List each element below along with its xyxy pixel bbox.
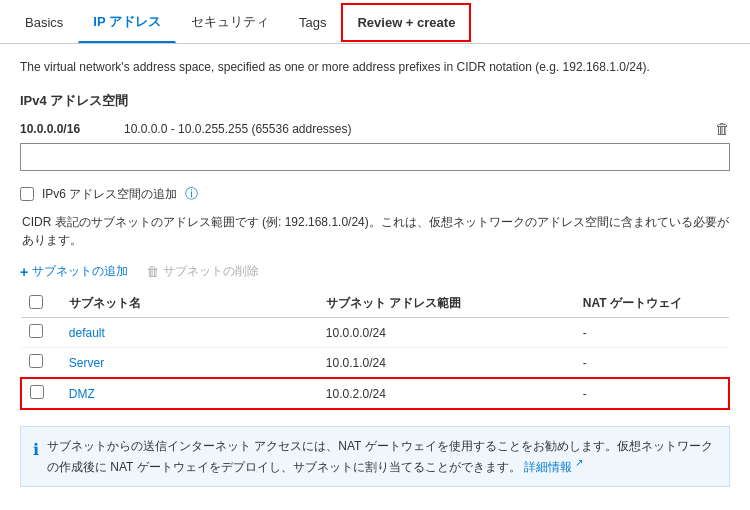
external-link-icon: ↗ [575, 457, 583, 468]
tab-tags[interactable]: Tags [284, 4, 341, 41]
subnet-name-dmz: DMZ [61, 378, 318, 409]
info-bar-text: サブネットからの送信インターネット アクセスには、NAT ゲートウェイを使用する… [47, 437, 717, 476]
subnet-table: サブネット名 サブネット アドレス範囲 NAT ゲートウェイ default 1… [20, 290, 730, 410]
table-row: default 10.0.0.0/24 - [21, 318, 729, 348]
table-header-row: サブネット名 サブネット アドレス範囲 NAT ゲートウェイ [21, 290, 729, 318]
ipv6-checkbox-label: IPv6 アドレス空間の追加 [42, 186, 177, 203]
ip-cidr-value: 10.0.0.0/16 [20, 122, 110, 136]
add-subnet-button[interactable]: + サブネットの追加 [20, 263, 128, 280]
col-nat-header: NAT ゲートウェイ [575, 290, 729, 318]
subnet-toolbar: + サブネットの追加 🗑 サブネットの削除 [20, 263, 730, 280]
row-check-server [21, 348, 61, 379]
delete-subnet-button[interactable]: 🗑 サブネットの削除 [146, 263, 259, 280]
page-description: The virtual network's address space, spe… [20, 58, 730, 76]
row-check-dmz [21, 378, 61, 409]
ipv6-info-icon[interactable]: ⓘ [185, 185, 198, 203]
tab-bar: Basics IP アドレス セキュリティ Tags Review + crea… [0, 0, 750, 44]
ipv4-input[interactable] [20, 143, 730, 171]
subnet-nat-dmz: - [575, 378, 729, 409]
tab-basics[interactable]: Basics [10, 4, 78, 41]
select-all-checkbox[interactable] [29, 295, 43, 309]
col-subnet-name-header: サブネット名 [61, 290, 318, 318]
select-default-checkbox[interactable] [29, 324, 43, 338]
info-bar: ℹ サブネットからの送信インターネット アクセスには、NAT ゲートウェイを使用… [20, 426, 730, 487]
subnet-range-server: 10.0.1.0/24 [318, 348, 575, 379]
ipv6-checkbox-row: IPv6 アドレス空間の追加 ⓘ [20, 185, 730, 203]
info-bar-link[interactable]: 詳細情報 ↗ [524, 460, 583, 474]
subnet-range-dmz: 10.0.2.0/24 [318, 378, 575, 409]
ipv4-address-row: 10.0.0.0/16 10.0.0.0 - 10.0.255.255 (655… [20, 120, 730, 137]
subnet-name-default: default [61, 318, 318, 348]
col-check-header [21, 290, 61, 318]
info-bar-main-text: サブネットからの送信インターネット アクセスには、NAT ゲートウェイを使用する… [47, 439, 713, 474]
subnet-link-dmz[interactable]: DMZ [69, 387, 95, 401]
tab-ip-address[interactable]: IP アドレス [78, 2, 176, 43]
delete-subnet-label: サブネットの削除 [163, 263, 259, 280]
select-dmz-checkbox[interactable] [30, 385, 44, 399]
tab-security[interactable]: セキュリティ [176, 2, 284, 42]
col-subnet-range-header: サブネット アドレス範囲 [318, 290, 575, 318]
tab-review-create[interactable]: Review + create [341, 3, 471, 42]
plus-icon: + [20, 264, 28, 280]
subnet-nat-server: - [575, 348, 729, 379]
ipv4-section-title: IPv4 アドレス空間 [20, 92, 730, 110]
subnet-link-server[interactable]: Server [69, 356, 104, 370]
subnet-name-server: Server [61, 348, 318, 379]
subnet-nat-default: - [575, 318, 729, 348]
table-row: Server 10.0.1.0/24 - [21, 348, 729, 379]
ip-range-value: 10.0.0.0 - 10.0.255.255 (65536 addresses… [124, 122, 352, 136]
main-content: The virtual network's address space, spe… [0, 44, 750, 501]
row-check-default [21, 318, 61, 348]
subnet-link-default[interactable]: default [69, 326, 105, 340]
delete-ipv4-icon[interactable]: 🗑 [715, 120, 730, 137]
table-row-dmz: DMZ 10.0.2.0/24 - [21, 378, 729, 409]
cidr-description: CIDR 表記のサブネットのアドレス範囲です (例: 192.168.1.0/2… [20, 213, 730, 249]
add-subnet-label: サブネットの追加 [32, 263, 128, 280]
select-server-checkbox[interactable] [29, 354, 43, 368]
subnet-range-default: 10.0.0.0/24 [318, 318, 575, 348]
ipv6-checkbox[interactable] [20, 187, 34, 201]
info-circle-icon: ℹ [33, 438, 39, 462]
trash-icon: 🗑 [146, 264, 159, 279]
